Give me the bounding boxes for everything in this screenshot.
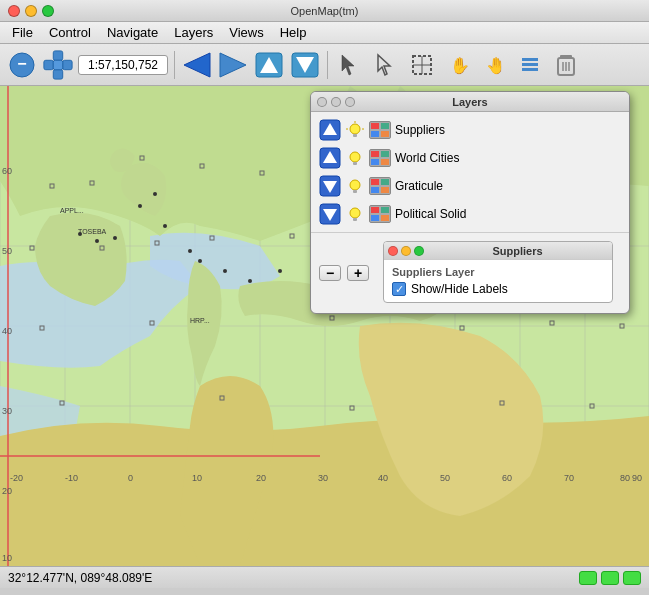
svg-text:0: 0 — [128, 473, 133, 483]
layers-plus-button[interactable]: + — [347, 265, 369, 281]
svg-rect-20 — [522, 63, 538, 66]
layer-name-world-cities: World Cities — [395, 151, 621, 165]
minimize-button[interactable] — [25, 5, 37, 17]
svg-text:-10: -10 — [65, 473, 78, 483]
layer-icon-suppliers — [369, 121, 391, 139]
svg-text:30: 30 — [318, 473, 328, 483]
svg-point-114 — [350, 124, 360, 134]
suppliers-subpanel: Suppliers Suppliers Layer ✓ Show/Hide La… — [383, 241, 613, 303]
status-indicators — [579, 571, 641, 585]
menu-file[interactable]: File — [4, 23, 41, 42]
menu-views[interactable]: Views — [221, 23, 271, 42]
svg-point-54 — [163, 224, 167, 228]
show-hide-checkbox[interactable]: ✓ — [392, 282, 406, 296]
menu-layers[interactable]: Layers — [166, 23, 221, 42]
svg-text:90: 90 — [632, 473, 642, 483]
zoom-out-button[interactable]: − — [6, 49, 38, 81]
menu-control[interactable]: Control — [41, 23, 99, 42]
svg-point-121 — [350, 152, 360, 162]
layer-info-button[interactable] — [514, 49, 546, 81]
scale-display: 1:57,150,752 — [78, 55, 168, 75]
svg-point-52 — [95, 239, 99, 243]
svg-text:60: 60 — [2, 166, 12, 176]
svg-text:40: 40 — [378, 473, 388, 483]
grab-tool-button[interactable]: ✋ — [442, 49, 474, 81]
show-hide-label: Show/Hide Labels — [411, 282, 508, 296]
svg-marker-7 — [184, 53, 210, 77]
separator-1 — [174, 51, 175, 79]
subpanel-body: Suppliers Layer ✓ Show/Hide Labels — [384, 260, 612, 302]
nav-down-button[interactable] — [289, 49, 321, 81]
layers-panel-controls[interactable] — [317, 97, 355, 107]
layer-row-political-solid[interactable]: Political Solid — [311, 200, 629, 228]
maximize-button[interactable] — [42, 5, 54, 17]
svg-text:50: 50 — [440, 473, 450, 483]
svg-point-58 — [248, 279, 252, 283]
layers-close-button[interactable] — [317, 97, 327, 107]
svg-text:10: 10 — [2, 553, 12, 563]
subpanel-title-bar: Suppliers — [384, 242, 612, 260]
coordinates-display: 32°12.477'N, 089°48.089'E — [8, 571, 152, 585]
svg-point-57 — [223, 269, 227, 273]
layer-row-graticule[interactable]: Graticule — [311, 172, 629, 200]
window-controls[interactable] — [8, 5, 54, 17]
layer-bulb-world-cities[interactable] — [345, 148, 365, 168]
layer-down-arrow-political-solid[interactable] — [319, 203, 341, 225]
menu-help[interactable]: Help — [272, 23, 315, 42]
pointer-tool-button[interactable] — [334, 49, 366, 81]
map-area[interactable]: -20 -10 0 10 20 30 40 50 60 70 80 90 60 … — [0, 86, 649, 566]
show-hide-labels-row[interactable]: ✓ Show/Hide Labels — [392, 282, 604, 296]
title-bar: OpenMap(tm) — [0, 0, 649, 22]
svg-point-129 — [350, 208, 360, 218]
layers-maximize-button[interactable] — [345, 97, 355, 107]
layer-icon-world-cities — [369, 149, 391, 167]
svg-point-125 — [350, 180, 360, 190]
layer-row-suppliers[interactable]: Suppliers — [311, 116, 629, 144]
svg-text:-20: -20 — [10, 473, 23, 483]
pan-tool-button[interactable]: 🤚 — [478, 49, 510, 81]
svg-point-55 — [188, 249, 192, 253]
svg-text:−: − — [17, 55, 26, 72]
menu-navigate[interactable]: Navigate — [99, 23, 166, 42]
layer-up-arrow-suppliers[interactable] — [319, 119, 341, 141]
subpanel-max-button[interactable] — [414, 246, 424, 256]
status-bar: 32°12.477'N, 089°48.089'E — [0, 566, 649, 588]
layers-panel-title-bar: Layers — [311, 92, 629, 112]
subpanel-min-button[interactable] — [401, 246, 411, 256]
svg-text:✋: ✋ — [450, 56, 470, 75]
svg-text:60: 60 — [502, 473, 512, 483]
layer-down-arrow-graticule[interactable] — [319, 175, 341, 197]
select-rect-button[interactable] — [406, 49, 438, 81]
layer-bulb-political-solid[interactable] — [345, 204, 365, 224]
nav-up-button[interactable] — [253, 49, 285, 81]
svg-point-50 — [138, 204, 142, 208]
svg-text:10: 10 — [192, 473, 202, 483]
separator-2 — [327, 51, 328, 79]
nav-cross-button[interactable] — [42, 49, 74, 81]
svg-text:TOSEBA: TOSEBA — [78, 228, 107, 235]
svg-text:APPL...: APPL... — [60, 207, 84, 214]
nav-right-button[interactable] — [217, 49, 249, 81]
arrow-tool-button[interactable] — [370, 49, 402, 81]
menu-bar: File Control Navigate Layers Views Help — [0, 22, 649, 44]
svg-text:🤚: 🤚 — [486, 56, 506, 75]
layer-icon-political-solid — [369, 205, 391, 223]
nav-left-button[interactable] — [181, 49, 213, 81]
svg-text:HRP...: HRP... — [190, 317, 210, 324]
svg-rect-6 — [53, 60, 62, 69]
svg-rect-3 — [44, 60, 53, 69]
close-button[interactable] — [8, 5, 20, 17]
layer-row-world-cities[interactable]: World Cities — [311, 144, 629, 172]
svg-rect-5 — [53, 69, 62, 78]
layers-minimize-button[interactable] — [331, 97, 341, 107]
subpanel-close-button[interactable] — [388, 246, 398, 256]
svg-text:30: 30 — [2, 406, 12, 416]
layers-control-bar: − + Suppliers Suppliers Layer ✓ Show/Hid… — [311, 232, 629, 313]
layer-bulb-graticule[interactable] — [345, 176, 365, 196]
status-light-1 — [579, 571, 597, 585]
delete-button[interactable] — [550, 49, 582, 81]
layer-up-arrow-world-cities[interactable] — [319, 147, 341, 169]
layers-minus-button[interactable]: − — [319, 265, 341, 281]
layer-bulb-suppliers[interactable] — [345, 120, 365, 140]
app-title: OpenMap(tm) — [291, 5, 359, 17]
